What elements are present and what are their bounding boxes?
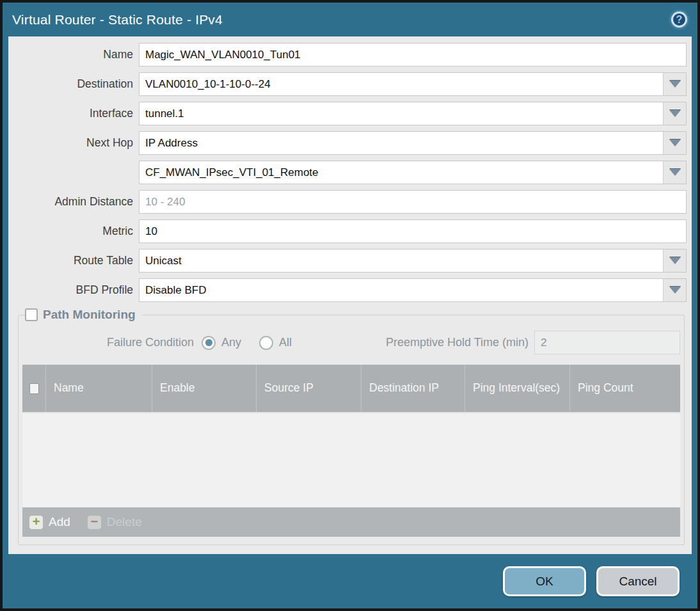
next-hop-row: Next Hop IP Address: [13, 131, 687, 155]
name-row: Name: [13, 43, 687, 67]
next-hop-ip-row: CF_MWAN_IPsec_VTI_01_Remote: [13, 161, 687, 184]
failure-condition-row: Failure Condition Any All Preemptive Hol…: [22, 331, 680, 354]
table-header: Name Enable Source IP Destination IP Pin…: [22, 365, 680, 412]
route-table-row: Route Table Unicast: [13, 249, 687, 273]
chevron-down-icon: [669, 287, 681, 294]
route-table-value: Unicast: [139, 250, 663, 272]
failure-condition-radio-group: Any All: [202, 336, 310, 350]
table-header-ping-interval: Ping Interval(sec): [465, 365, 570, 412]
delete-button-label: Delete: [107, 515, 142, 529]
admin-distance-input[interactable]: [139, 190, 687, 214]
static-route-dialog: Virtual Router - Static Route - IPv4 ? N…: [0, 0, 700, 611]
name-label: Name: [13, 48, 139, 61]
radio-any-icon[interactable]: [202, 336, 216, 350]
add-button[interactable]: + Add: [29, 515, 70, 530]
chevron-down-icon: [669, 169, 681, 176]
path-monitoring-legend: Path Monitoring: [25, 308, 142, 322]
table-toolbar: + Add − Delete: [22, 507, 680, 537]
admin-distance-label: Admin Distance: [13, 195, 139, 209]
radio-any-label: Any: [221, 336, 241, 349]
table-header-ping-count: Ping Count: [570, 365, 680, 412]
table-header-name: Name: [46, 365, 152, 412]
next-hop-label: Next Hop: [13, 136, 139, 150]
chevron-down-icon: [669, 139, 681, 147]
destination-select[interactable]: VLAN0010_10-1-10-0--24: [139, 72, 687, 96]
bfd-profile-select[interactable]: Disable BFD: [139, 278, 687, 302]
table-header-source-ip: Source IP: [257, 365, 362, 412]
metric-label: Metric: [13, 225, 139, 238]
path-monitoring-table: Name Enable Source IP Destination IP Pin…: [22, 365, 680, 537]
chevron-down-icon: [669, 81, 681, 88]
help-icon[interactable]: ?: [671, 12, 687, 28]
next-hop-ip-dropdown-button[interactable]: [663, 161, 686, 184]
chevron-down-icon: [669, 110, 681, 117]
bfd-profile-row: BFD Profile Disable BFD: [13, 278, 687, 302]
destination-value: VLAN0010_10-1-10-0--24: [139, 73, 663, 95]
interface-value: tunnel.1: [139, 102, 663, 125]
chevron-down-icon: [669, 257, 681, 264]
metric-row: Metric: [13, 219, 687, 243]
destination-row: Destination VLAN0010_10-1-10-0--24: [13, 72, 687, 96]
next-hop-type-dropdown-button[interactable]: [663, 132, 686, 154]
table-header-enable: Enable: [152, 365, 257, 412]
next-hop-type-select[interactable]: IP Address: [139, 131, 687, 155]
dialog-footer: OK Cancel: [3, 554, 697, 608]
route-table-label: Route Table: [13, 254, 139, 267]
radio-all-icon[interactable]: [259, 336, 273, 350]
table-header-destination-ip: Destination IP: [362, 365, 465, 412]
add-plus-icon: +: [29, 515, 44, 530]
titlebar: Virtual Router - Static Route - IPv4 ?: [3, 3, 697, 36]
cancel-button[interactable]: Cancel: [596, 566, 680, 596]
radio-option-all[interactable]: All: [259, 336, 292, 350]
interface-label: Interface: [13, 107, 139, 120]
radio-all-label: All: [279, 336, 292, 349]
delete-button[interactable]: − Delete: [87, 515, 142, 530]
route-table-select[interactable]: Unicast: [139, 249, 687, 273]
destination-label: Destination: [13, 77, 139, 91]
next-hop-type-value: IP Address: [139, 132, 663, 154]
radio-option-any[interactable]: Any: [202, 336, 241, 350]
table-header-select-all: [22, 365, 46, 412]
ok-button[interactable]: OK: [503, 566, 586, 596]
dialog-body: Name Destination VLAN0010_10-1-10-0--24 …: [8, 36, 692, 554]
table-body-empty: [22, 412, 680, 507]
interface-row: Interface tunnel.1: [13, 102, 687, 125]
next-hop-ip-value: CF_MWAN_IPsec_VTI_01_Remote: [139, 161, 663, 184]
select-all-checkbox[interactable]: [29, 383, 39, 394]
failure-condition-label: Failure Condition: [22, 336, 202, 349]
delete-minus-icon: −: [87, 515, 102, 530]
interface-dropdown-button[interactable]: [663, 102, 686, 125]
add-button-label: Add: [49, 515, 70, 529]
bfd-profile-label: BFD Profile: [13, 283, 139, 297]
admin-distance-row: Admin Distance: [13, 190, 687, 214]
dialog-title: Virtual Router - Static Route - IPv4: [12, 12, 223, 28]
path-monitoring-section: Path Monitoring Failure Condition Any Al…: [18, 308, 685, 545]
metric-input[interactable]: [139, 219, 687, 243]
path-monitoring-checkbox[interactable]: [25, 308, 38, 321]
preemptive-hold-time-label: Preemptive Hold Time (min): [386, 336, 534, 349]
bfd-profile-dropdown-button[interactable]: [663, 279, 686, 301]
next-hop-ip-select[interactable]: CF_MWAN_IPsec_VTI_01_Remote: [139, 161, 687, 184]
bfd-profile-value: Disable BFD: [139, 279, 663, 301]
interface-select[interactable]: tunnel.1: [139, 102, 687, 125]
name-input[interactable]: [139, 43, 687, 67]
preemptive-hold-time-input[interactable]: [534, 331, 680, 354]
destination-dropdown-button[interactable]: [663, 73, 686, 95]
path-monitoring-title: Path Monitoring: [43, 308, 136, 322]
route-table-dropdown-button[interactable]: [663, 250, 686, 272]
